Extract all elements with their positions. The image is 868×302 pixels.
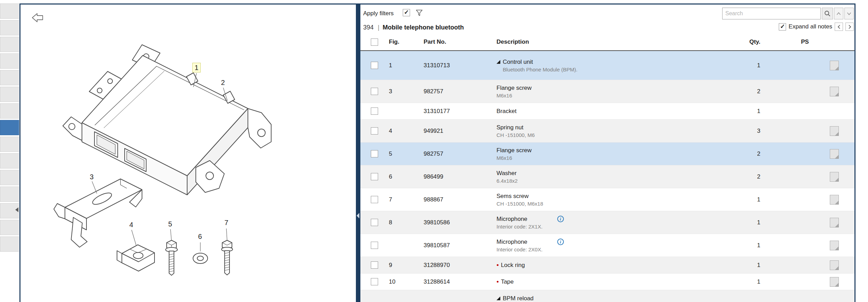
callout-2[interactable]: 2 xyxy=(219,78,227,87)
info-icon[interactable]: i xyxy=(557,239,564,245)
column-header-ps[interactable]: PS xyxy=(801,38,809,45)
sidebar-tab[interactable] xyxy=(0,103,19,119)
table-row[interactable]: 3982757Flange screwM6x162 xyxy=(360,80,854,103)
sidebar-tab[interactable] xyxy=(0,70,19,85)
chevron-right-icon xyxy=(848,25,851,29)
note-icon[interactable] xyxy=(830,87,839,96)
table-row[interactable]: 931288970•Lock ring1 xyxy=(360,257,854,274)
sidebar-tab[interactable] xyxy=(0,87,19,102)
row-checkbox[interactable] xyxy=(371,261,378,269)
frame-right-border xyxy=(854,3,856,302)
row-checkbox[interactable] xyxy=(371,173,378,180)
part-number[interactable]: 39810587 xyxy=(424,242,496,249)
description-cell: Flange screwM6x16 xyxy=(496,147,735,161)
note-icon[interactable] xyxy=(830,195,839,205)
sidebar-tab[interactable] xyxy=(0,20,19,35)
description-note: M6x16 xyxy=(496,93,735,98)
table-row[interactable]: 31310177Bracket1 xyxy=(360,103,854,120)
part-number[interactable]: 982757 xyxy=(424,150,496,157)
note-icon[interactable] xyxy=(830,277,839,287)
table-row-partial[interactable]: BPM reload xyxy=(360,290,854,302)
part-number[interactable]: 31288614 xyxy=(424,278,496,285)
note-icon[interactable] xyxy=(830,149,839,159)
sidebar-tab[interactable] xyxy=(0,53,19,69)
row-checkbox[interactable] xyxy=(371,62,378,69)
sidebar-tab[interactable] xyxy=(0,37,19,52)
sidebar-tab[interactable] xyxy=(0,153,19,169)
description-text: Lock ring xyxy=(501,262,525,269)
sidebar-tab-active[interactable] xyxy=(0,120,19,135)
row-checkbox[interactable] xyxy=(371,88,378,95)
part-number[interactable]: 986499 xyxy=(424,173,496,180)
row-checkbox[interactable] xyxy=(371,196,378,203)
select-all-checkbox[interactable] xyxy=(371,38,378,46)
description-note: CH -151000, M6x18 xyxy=(496,201,735,207)
row-checkbox[interactable] xyxy=(371,127,378,135)
panel-divider[interactable] xyxy=(356,5,360,302)
column-header-part-no[interactable]: Part No. xyxy=(424,38,496,45)
table-row[interactable]: 39810587MicrophoneiInterior code: 2X0X.1 xyxy=(360,234,854,257)
sidebar-tab[interactable] xyxy=(0,187,19,202)
sidebar-tab[interactable] xyxy=(0,137,19,152)
callout-3[interactable]: 3 xyxy=(87,172,96,181)
table-row[interactable]: 6986499Washer6.4x18x22 xyxy=(360,165,854,188)
table-row[interactable]: 7988867Sems screwCH -151000, M6x181 xyxy=(360,188,854,211)
callout-6[interactable]: 6 xyxy=(196,232,204,241)
info-icon[interactable]: i xyxy=(557,216,564,222)
part-number[interactable]: 982757 xyxy=(424,88,496,95)
column-header-fig[interactable]: Fig. xyxy=(389,38,424,45)
description-cell: Flange screwM6x16 xyxy=(496,85,735,98)
description-note: 6.4x18x2 xyxy=(496,178,735,184)
table-row[interactable]: 131310713Control unitBluetooth Phone Mod… xyxy=(360,51,854,80)
spring-nut-drawing xyxy=(117,245,155,271)
prev-match-button[interactable] xyxy=(834,8,843,19)
back-arrow-button[interactable] xyxy=(31,11,45,24)
sidebar-tab[interactable] xyxy=(0,236,19,252)
prev-section-button[interactable] xyxy=(835,23,843,31)
note-icon[interactable] xyxy=(830,126,839,136)
part-number[interactable]: 31310177 xyxy=(424,108,496,115)
left-collapse-icon[interactable] xyxy=(15,207,18,212)
row-checkbox[interactable] xyxy=(371,219,378,226)
note-icon[interactable] xyxy=(830,218,839,227)
note-icon[interactable] xyxy=(830,241,839,250)
callout-5[interactable]: 5 xyxy=(166,219,174,228)
sidebar-tab[interactable] xyxy=(0,170,19,185)
next-section-button[interactable] xyxy=(845,23,854,31)
part-number[interactable]: 988867 xyxy=(424,196,496,203)
note-icon[interactable] xyxy=(830,260,839,270)
next-match-button[interactable] xyxy=(844,8,854,19)
table-row[interactable]: 4949921Spring nutCH -151000, M63 xyxy=(360,120,854,143)
row-checkbox[interactable] xyxy=(371,278,378,285)
search-button[interactable] xyxy=(822,8,833,19)
expand-all-notes-checkbox[interactable] xyxy=(779,23,786,31)
row-checkbox[interactable] xyxy=(371,107,378,115)
row-checkbox[interactable] xyxy=(371,242,378,249)
part-number[interactable]: 31310713 xyxy=(424,62,496,69)
sidebar-tab[interactable] xyxy=(0,220,19,235)
table-row[interactable]: 5982757Flange screwM6x162 xyxy=(360,143,854,165)
column-header-qty[interactable]: Qty. xyxy=(735,38,760,45)
apply-filters-checkbox[interactable] xyxy=(403,9,410,16)
callout-7[interactable]: 7 xyxy=(222,218,231,227)
row-checkbox[interactable] xyxy=(371,150,378,157)
note-icon[interactable] xyxy=(830,172,839,182)
sidebar-tab[interactable] xyxy=(0,3,19,19)
callout-1[interactable]: 1 xyxy=(192,63,201,72)
callout-4[interactable]: 4 xyxy=(127,220,135,229)
table-rows: 131310713Control unitBluetooth Phone Mod… xyxy=(360,51,854,290)
table-row[interactable]: 839810586MicrophoneiInterior code: 2X1X.… xyxy=(360,211,854,234)
qty-cell: 1 xyxy=(735,262,760,269)
table-row[interactable]: 1031288614•Tape1 xyxy=(360,274,854,290)
qty-cell: 1 xyxy=(735,242,760,249)
note-icon[interactable] xyxy=(830,61,839,70)
qty-cell: 1 xyxy=(735,108,760,115)
part-number[interactable]: 949921 xyxy=(424,128,496,135)
search-input[interactable] xyxy=(722,8,821,19)
column-header-description[interactable]: Description xyxy=(496,38,735,45)
filter-funnel-icon[interactable] xyxy=(415,9,424,18)
part-number[interactable]: 39810586 xyxy=(424,219,496,226)
apply-filters-label: Apply filters xyxy=(363,10,394,17)
part-number[interactable]: 31288970 xyxy=(424,262,496,269)
collapse-left-icon[interactable] xyxy=(357,213,359,218)
